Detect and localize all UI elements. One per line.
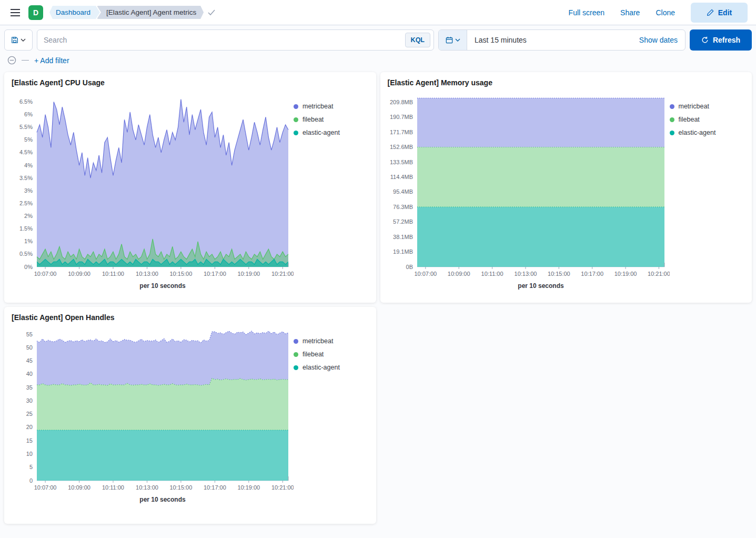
svg-text:10:17:00: 10:17:00 (204, 271, 226, 277)
search-box: KQL (37, 29, 434, 51)
svg-text:10:15:00: 10:15:00 (169, 484, 192, 491)
legend-item-elastic-agent[interactable]: elastic-agent (294, 364, 365, 371)
share-link[interactable]: Share (620, 8, 640, 17)
panel-title: [Elastic Agent] Memory usage (388, 78, 746, 87)
svg-text:45: 45 (26, 357, 33, 364)
legend-item-metricbeat[interactable]: metricbeat (294, 103, 365, 110)
show-dates-link[interactable]: Show dates (639, 36, 685, 44)
edit-button[interactable]: Edit (691, 3, 748, 23)
panel-memory-usage: [Elastic Agent] Memory usage 0B19.1MB38.… (380, 72, 752, 303)
refresh-button-label: Refresh (713, 36, 740, 44)
legend-label: elastic-agent (303, 129, 340, 136)
legend-label: elastic-agent (679, 129, 716, 136)
clone-link[interactable]: Clone (656, 8, 675, 17)
svg-text:10:11:00: 10:11:00 (102, 271, 124, 277)
svg-text:4%: 4% (24, 162, 33, 168)
svg-text:152.6MB: 152.6MB (389, 144, 412, 150)
svg-text:0B: 0B (406, 264, 412, 270)
svg-text:114.4MB: 114.4MB (390, 174, 412, 180)
empty-grid-cell (380, 307, 752, 524)
saved-query-menu-button[interactable] (4, 29, 33, 51)
open-handles-chart[interactable]: 051015202530354045505510:07:0010:09:0010… (11, 323, 294, 505)
query-bar: KQL Last 15 minutes Show dates Refresh (0, 25, 756, 51)
svg-text:10:21:00: 10:21:00 (271, 271, 294, 277)
calendar-icon (446, 36, 453, 44)
menu-icon[interactable] (8, 7, 22, 18)
legend-label: metricbeat (303, 103, 333, 110)
svg-text:10:13:00: 10:13:00 (514, 271, 537, 277)
filter-options-icon[interactable] (7, 56, 16, 65)
svg-text:10:19:00: 10:19:00 (237, 484, 260, 491)
legend-dot-icon (670, 131, 674, 135)
svg-text:50: 50 (26, 344, 33, 351)
legend-item-elastic-agent[interactable]: elastic-agent (670, 129, 741, 136)
search-input[interactable] (37, 30, 405, 50)
legend-item-filebeat[interactable]: filebeat (294, 351, 365, 358)
svg-text:10: 10 (26, 451, 33, 457)
legend-item-filebeat[interactable]: filebeat (294, 116, 365, 123)
pencil-icon (707, 9, 714, 16)
breadcrumb: Dashboard [Elastic Agent] Agent metrics (49, 6, 215, 19)
svg-text:133.5MB: 133.5MB (389, 159, 412, 165)
refresh-button[interactable]: Refresh (690, 29, 752, 51)
breadcrumb-dashboard[interactable]: Dashboard (49, 6, 100, 19)
svg-text:10:07:00: 10:07:00 (34, 484, 57, 491)
legend-dot-icon (294, 352, 298, 357)
legend-dot-icon (294, 117, 298, 122)
space-badge[interactable]: D (28, 5, 43, 20)
check-icon (208, 9, 215, 16)
svg-text:35: 35 (26, 384, 33, 391)
svg-text:10:13:00: 10:13:00 (136, 271, 158, 277)
legend-dot-icon (670, 117, 674, 122)
legend-dot-icon (670, 104, 674, 109)
svg-text:171.7MB: 171.7MB (389, 129, 412, 135)
legend-dot-icon (294, 104, 298, 109)
svg-text:10:17:00: 10:17:00 (581, 271, 603, 277)
svg-text:1.5%: 1.5% (19, 225, 33, 232)
svg-text:10:17:00: 10:17:00 (204, 484, 226, 491)
time-range-label[interactable]: Last 15 minutes (467, 36, 639, 44)
chevron-down-icon (21, 38, 26, 42)
legend-item-filebeat[interactable]: filebeat (670, 116, 741, 123)
panel-cpu-usage: [Elastic Agent] CPU Usage 0%0.5%1%1.5%2%… (4, 72, 376, 303)
legend-dot-icon (294, 131, 298, 135)
svg-text:190.7MB: 190.7MB (389, 114, 412, 120)
breadcrumb-current: [Elastic Agent] Agent metrics (97, 6, 204, 19)
full-screen-link[interactable]: Full screen (569, 8, 604, 17)
svg-text:10:11:00: 10:11:00 (481, 271, 503, 277)
chevron-down-icon (455, 38, 460, 42)
svg-text:55: 55 (26, 331, 33, 337)
svg-text:10:21:00: 10:21:00 (271, 484, 294, 491)
svg-text:25: 25 (26, 411, 33, 417)
svg-text:10:19:00: 10:19:00 (614, 271, 637, 277)
panel-open-handles: [Elastic Agent] Open Handles 05101520253… (4, 307, 376, 524)
svg-text:15: 15 (26, 437, 33, 444)
svg-text:5.5%: 5.5% (19, 124, 33, 130)
legend-item-metricbeat[interactable]: metricbeat (294, 337, 365, 345)
cpu-usage-chart[interactable]: 0%0.5%1%1.5%2%2.5%3%3.5%4%4.5%5%5.5%6%6.… (11, 88, 294, 291)
legend-item-elastic-agent[interactable]: elastic-agent (294, 129, 365, 136)
edit-button-label: Edit (718, 8, 732, 17)
svg-text:2.5%: 2.5% (19, 200, 33, 206)
svg-text:0.5%: 0.5% (19, 251, 33, 257)
legend-dot-icon (294, 339, 298, 344)
add-filter-link[interactable]: + Add filter (34, 56, 69, 65)
chart-legend: metricbeatfilebeatelastic-agent (294, 88, 365, 291)
svg-text:2%: 2% (24, 213, 33, 219)
svg-text:10:09:00: 10:09:00 (447, 271, 470, 277)
legend-dot-icon (294, 365, 298, 370)
legend-item-metricbeat[interactable]: metricbeat (670, 103, 741, 110)
svg-text:76.3MB: 76.3MB (393, 204, 413, 210)
svg-text:38.1MB: 38.1MB (393, 234, 413, 240)
kql-badge[interactable]: KQL (405, 33, 430, 47)
refresh-icon (701, 36, 709, 44)
svg-text:per 10 seconds: per 10 seconds (139, 282, 186, 290)
memory-usage-chart[interactable]: 0B19.1MB38.1MB57.2MB76.3MB95.4MB114.4MB1… (387, 88, 670, 291)
svg-text:95.4MB: 95.4MB (393, 188, 413, 195)
svg-text:5%: 5% (24, 136, 33, 143)
date-picker-button[interactable] (439, 30, 467, 50)
svg-text:3%: 3% (24, 187, 33, 194)
svg-text:10:21:00: 10:21:00 (647, 271, 669, 277)
svg-text:per 10 seconds: per 10 seconds (139, 496, 186, 503)
panel-title: [Elastic Agent] Open Handles (12, 313, 370, 322)
